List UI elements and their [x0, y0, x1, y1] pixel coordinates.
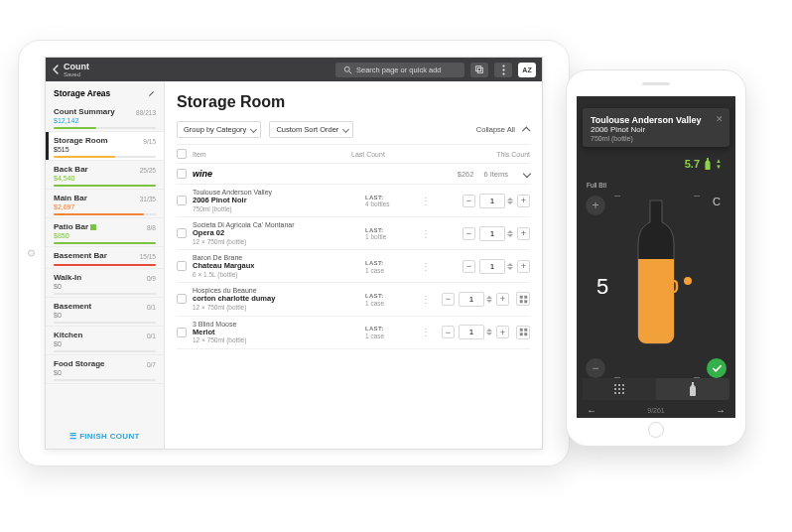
qty-decrement-button[interactable]: − — [462, 195, 475, 207]
qty-increment-button[interactable]: + — [517, 195, 530, 207]
svg-rect-8 — [524, 296, 527, 299]
qty-input[interactable]: 1 — [479, 194, 505, 208]
qty-input[interactable]: 1 — [459, 292, 484, 307]
clear-button[interactable]: C — [713, 196, 721, 207]
qty-increment-button[interactable]: + — [496, 293, 509, 306]
chevron-left-icon — [52, 65, 60, 74]
item-checkbox[interactable] — [177, 196, 187, 205]
tablet-screen: Count Saved Search page or quick add AZ — [45, 57, 543, 450]
qty-input[interactable]: 1 — [459, 325, 484, 339]
qty-decrement-button[interactable]: − — [442, 326, 455, 338]
svg-rect-7 — [519, 296, 522, 299]
increment-button[interactable]: + — [586, 196, 605, 215]
close-icon[interactable]: ✕ — [716, 114, 724, 124]
sidebar-item-progressbar — [54, 293, 156, 295]
decrement-button[interactable]: − — [586, 358, 605, 378]
qty-spinner[interactable] — [507, 263, 513, 270]
sidebar-item-storage-room[interactable]: Storage Room$5159/15 — [46, 132, 164, 161]
case-toggle-button[interactable] — [516, 326, 530, 339]
qty-spinner[interactable] — [486, 329, 492, 335]
tablet-home-button[interactable] — [28, 250, 35, 257]
sidebar-item-food-storage[interactable]: Food Storage$00/7 — [46, 355, 164, 384]
item-row: Societa Di Agricola Ca' MontanarOpera 02… — [177, 217, 530, 250]
item-checkbox[interactable] — [177, 228, 187, 238]
qty-decrement-button[interactable]: − — [462, 227, 475, 240]
copy-button[interactable] — [470, 63, 488, 77]
sidebar-item-walk-in[interactable]: Walk-In$00/9 — [46, 269, 164, 298]
whole-count: 5 — [596, 274, 608, 300]
edit-icon[interactable] — [148, 89, 156, 97]
svg-line-1 — [349, 71, 351, 73]
select-all-checkbox[interactable] — [177, 149, 187, 159]
qty-input[interactable]: 1 — [479, 226, 505, 241]
sidebar-item-name: Food Storage — [54, 359, 156, 368]
qty-increment-button[interactable]: + — [496, 326, 509, 338]
item-more-icon[interactable]: ⋮ — [421, 265, 431, 268]
item-row: Baron De BraneChateau Margaux6 × 1.5L (b… — [177, 250, 530, 283]
qty-spinner[interactable] — [486, 296, 492, 303]
group-subtotal: $262 — [458, 170, 474, 179]
item-package: 12 × 750ml (bottle) — [193, 238, 365, 245]
group-checkbox[interactable] — [177, 169, 187, 179]
bottle-gauge[interactable] — [633, 198, 679, 346]
grid-icon — [519, 328, 528, 336]
item-info[interactable]: Societa Di Agricola Ca' MontanarOpera 02… — [193, 221, 365, 245]
confirm-button[interactable] — [707, 358, 726, 378]
item-card: Toulouse Anderson Valley 2006 Pinot Noir… — [583, 108, 729, 147]
sidebar-item-count: 15/15 — [140, 253, 156, 260]
item-more-icon[interactable]: ⋮ — [421, 331, 431, 333]
qty-increment-button[interactable]: + — [517, 227, 530, 240]
sidebar-item-patio-bar[interactable]: Patio Bar $8508/8 — [46, 218, 164, 247]
prev-item-button[interactable]: ← — [587, 405, 596, 416]
collapse-all-button[interactable]: Collapse All — [476, 125, 530, 134]
user-avatar[interactable]: AZ — [518, 63, 536, 77]
svg-point-4 — [502, 65, 504, 66]
sidebar-item-kitchen[interactable]: Kitchen$00/1 — [46, 327, 164, 355]
svg-point-5 — [502, 68, 504, 70]
svg-rect-9 — [519, 300, 522, 303]
item-info[interactable]: 3 Blind MooseMerlot12 × 750ml (bottle) — [193, 321, 365, 344]
svg-point-20 — [618, 388, 620, 390]
item-info[interactable]: Toulouse Anderson Valley2006 Pinot Noir7… — [193, 189, 365, 212]
sidebar-item-count: 88/213 — [136, 109, 156, 116]
item-checkbox[interactable] — [177, 328, 187, 337]
last-count: LAST:1 case — [365, 325, 421, 339]
item-checkbox[interactable] — [177, 294, 187, 304]
page-title: Storage Room — [177, 93, 530, 111]
qty-input[interactable]: 1 — [479, 259, 505, 274]
back-button[interactable]: Count Saved — [52, 63, 89, 77]
item-more-icon[interactable]: ⋮ — [421, 232, 431, 235]
more-menu-button[interactable] — [494, 63, 512, 77]
phone-home-button[interactable] — [648, 422, 664, 438]
qty-increment-button[interactable]: + — [517, 260, 530, 273]
sidebar-item-basement-bar[interactable]: Basement Bar15/15 — [46, 247, 164, 269]
qty-decrement-button[interactable]: − — [442, 293, 455, 306]
item-info[interactable]: Hospices du Beaunecorton charlotte dumay… — [193, 287, 365, 311]
qty-decrement-button[interactable]: − — [462, 260, 475, 273]
case-toggle-button[interactable] — [516, 292, 530, 306]
sidebar-item-amount: $515 — [54, 146, 156, 153]
col-this: This Count — [411, 151, 530, 158]
tab-bottle[interactable] — [656, 378, 729, 400]
qty-spinner[interactable] — [507, 198, 513, 204]
sidebar-item-basement[interactable]: Basement$00/1 — [46, 298, 164, 327]
sidebar-item-main-bar[interactable]: Main Bar$2,69731/35 — [46, 190, 164, 218]
sidebar-item-count: 0/1 — [147, 332, 156, 339]
item-checkbox[interactable] — [177, 261, 187, 271]
group-by-select[interactable]: Group by Category — [177, 121, 261, 138]
item-name: Chateau Margaux — [193, 262, 365, 271]
search-input[interactable]: Search page or quick add — [335, 63, 464, 77]
qty-spinner[interactable] — [507, 230, 513, 237]
finish-count-button[interactable]: ☰ FINISH COUNT — [46, 424, 164, 449]
item-more-icon[interactable]: ⋮ — [421, 298, 431, 301]
next-item-button[interactable]: → — [716, 405, 726, 416]
item-more-icon[interactable]: ⋮ — [421, 200, 431, 202]
sidebar-item-count-summary[interactable]: Count Summary$12,14288/213 — [46, 103, 164, 132]
sort-order-select[interactable]: Custom Sort Order — [269, 121, 353, 138]
sidebar-item-name: Storage Room — [54, 136, 156, 145]
item-info[interactable]: Baron De BraneChateau Margaux6 × 1.5L (b… — [193, 254, 365, 278]
category-group-row[interactable]: wine $262 6 Items — [177, 163, 530, 185]
slider-handle[interactable] — [684, 277, 692, 285]
sidebar-item-back-bar[interactable]: Back Bar$4,54025/25 — [46, 161, 164, 190]
tab-keypad[interactable] — [583, 378, 656, 400]
